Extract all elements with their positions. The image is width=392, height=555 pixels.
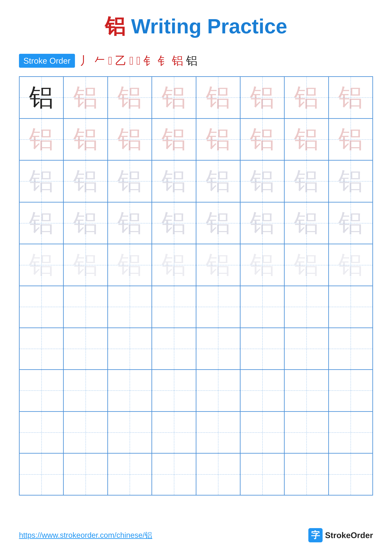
char-display: 铝: [29, 211, 54, 235]
grid-cell-4-3[interactable]: 铝: [108, 202, 152, 244]
grid-cell-5-5[interactable]: 铝: [196, 244, 240, 286]
grid-cell-7-5[interactable]: [196, 328, 240, 370]
grid-cell-5-8[interactable]: 铝: [328, 244, 373, 286]
grid-cell-7-7[interactable]: [284, 328, 328, 370]
grid-cell-2-5[interactable]: 铝: [196, 118, 240, 161]
grid-cell-6-3[interactable]: [108, 286, 152, 328]
char-display: 铝: [294, 85, 319, 110]
grid-cell-3-3[interactable]: 铝: [108, 160, 152, 202]
grid-cell-9-2[interactable]: [64, 411, 107, 453]
grid-cell-8-3[interactable]: [108, 370, 152, 411]
char-display: 铝: [250, 253, 275, 277]
grid-cell-1-2[interactable]: 铝: [64, 77, 107, 118]
char-display: 铝: [162, 211, 186, 235]
grid-cell-9-7[interactable]: [284, 411, 328, 453]
grid-cell-7-1[interactable]: [19, 328, 64, 370]
page: 铝 Writing Practice Stroke Order 丿 𠂉 𠂇 乙 …: [0, 0, 392, 555]
grid-cell-6-2[interactable]: [64, 286, 107, 328]
grid-cell-10-6[interactable]: [240, 453, 284, 495]
grid-cell-1-4[interactable]: 铝: [152, 77, 196, 118]
grid-cell-2-8[interactable]: 铝: [328, 118, 373, 161]
grid-cell-3-6[interactable]: 铝: [240, 160, 284, 202]
char-display: 铝: [117, 85, 142, 110]
stroke-10: 铝: [186, 53, 198, 68]
grid-cell-7-3[interactable]: [108, 328, 152, 370]
grid-cell-8-8[interactable]: [328, 370, 373, 411]
grid-cell-5-2[interactable]: 铝: [64, 244, 107, 286]
grid-cell-8-1[interactable]: [19, 370, 64, 411]
grid-cell-7-2[interactable]: [64, 328, 107, 370]
grid-cell-1-8[interactable]: 铝: [328, 77, 373, 118]
grid-cell-8-4[interactable]: [152, 370, 196, 411]
char-display: 铝: [206, 253, 230, 277]
grid-cell-9-3[interactable]: [108, 411, 152, 453]
grid-cell-9-4[interactable]: [152, 411, 196, 453]
grid-cell-8-2[interactable]: [64, 370, 107, 411]
grid-cell-5-1[interactable]: 铝: [19, 244, 64, 286]
grid-cell-10-1[interactable]: [19, 453, 64, 495]
grid-cell-4-5[interactable]: 铝: [196, 202, 240, 244]
grid-cell-3-7[interactable]: 铝: [284, 160, 328, 202]
grid-cell-10-7[interactable]: [284, 453, 328, 495]
grid-cell-7-8[interactable]: [328, 328, 373, 370]
grid-cell-6-6[interactable]: [240, 286, 284, 328]
grid-cell-10-4[interactable]: [152, 453, 196, 495]
grid-cell-9-5[interactable]: [196, 411, 240, 453]
char-display: 铝: [294, 253, 319, 277]
char-display: 铝: [162, 253, 186, 277]
grid-cell-6-4[interactable]: [152, 286, 196, 328]
grid-cell-5-3[interactable]: 铝: [108, 244, 152, 286]
grid-cell-2-6[interactable]: 铝: [240, 118, 284, 161]
grid-cell-5-6[interactable]: 铝: [240, 244, 284, 286]
footer-logo: 字 StrokeOrder: [308, 528, 373, 542]
grid-cell-6-1[interactable]: [19, 286, 64, 328]
stroke-5: 𠃊: [129, 54, 134, 67]
grid-cell-8-7[interactable]: [284, 370, 328, 411]
grid-cell-8-5[interactable]: [196, 370, 240, 411]
grid-cell-2-2[interactable]: 铝: [64, 118, 107, 161]
grid-cell-2-1[interactable]: 铝: [19, 118, 64, 161]
grid-cell-6-8[interactable]: [328, 286, 373, 328]
grid-cell-3-8[interactable]: 铝: [328, 160, 373, 202]
grid-cell-2-3[interactable]: 铝: [108, 118, 152, 161]
grid-cell-5-4[interactable]: 铝: [152, 244, 196, 286]
grid-cell-2-7[interactable]: 铝: [284, 118, 328, 161]
char-display: 铝: [73, 211, 98, 235]
grid-cell-9-8[interactable]: [328, 411, 373, 453]
grid-cell-6-5[interactable]: [196, 286, 240, 328]
grid-cell-7-4[interactable]: [152, 328, 196, 370]
grid-cell-9-1[interactable]: [19, 411, 64, 453]
grid-cell-4-6[interactable]: 铝: [240, 202, 284, 244]
grid-cell-4-4[interactable]: 铝: [152, 202, 196, 244]
char-display: 铝: [294, 211, 319, 235]
footer-url[interactable]: https://www.strokeorder.com/chinese/铝: [19, 530, 152, 540]
grid-cell-3-5[interactable]: 铝: [196, 160, 240, 202]
grid-cell-4-7[interactable]: 铝: [284, 202, 328, 244]
grid-cell-5-7[interactable]: 铝: [284, 244, 328, 286]
stroke-sequence: 丿 𠂉 𠂇 乙 𠃊 𨤳 钅 钅 铝 铝: [80, 53, 198, 68]
grid-cell-3-1[interactable]: 铝: [19, 160, 64, 202]
grid-cell-1-6[interactable]: 铝: [240, 77, 284, 118]
stroke-order-badge: Stroke Order: [19, 54, 75, 68]
grid-cell-4-1[interactable]: 铝: [19, 202, 64, 244]
grid-cell-1-5[interactable]: 铝: [196, 77, 240, 118]
grid-cell-3-2[interactable]: 铝: [64, 160, 107, 202]
grid-cell-7-6[interactable]: [240, 328, 284, 370]
char-display: 铝: [117, 211, 142, 235]
grid-cell-1-1[interactable]: 铝: [19, 77, 64, 118]
grid-cell-10-8[interactable]: [328, 453, 373, 495]
grid-cell-1-3[interactable]: 铝: [108, 77, 152, 118]
grid-cell-1-7[interactable]: 铝: [284, 77, 328, 118]
grid-cell-4-2[interactable]: 铝: [64, 202, 107, 244]
grid-cell-10-5[interactable]: [196, 453, 240, 495]
grid-cell-9-6[interactable]: [240, 411, 284, 453]
grid-cell-2-4[interactable]: 铝: [152, 118, 196, 161]
grid-cell-6-7[interactable]: [284, 286, 328, 328]
grid-cell-3-4[interactable]: 铝: [152, 160, 196, 202]
grid-cell-10-3[interactable]: [108, 453, 152, 495]
grid-cell-4-8[interactable]: 铝: [328, 202, 373, 244]
stroke-8: 钅: [158, 53, 169, 68]
grid-cell-10-2[interactable]: [64, 453, 107, 495]
char-display: 铝: [338, 211, 363, 235]
grid-cell-8-6[interactable]: [240, 370, 284, 411]
